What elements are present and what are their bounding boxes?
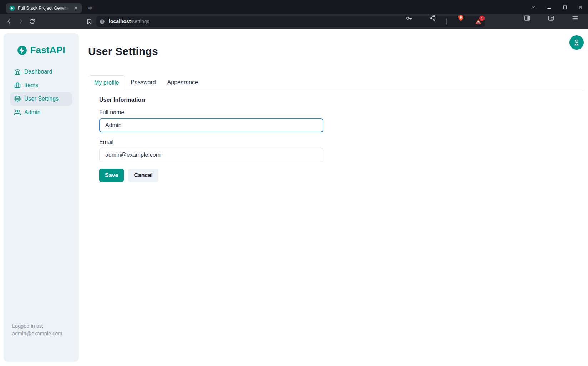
sidebar-item-admin[interactable]: Admin — [10, 106, 72, 119]
sidebar-item-label: User Settings — [24, 96, 59, 102]
gear-icon — [14, 96, 21, 102]
brave-shield-icon[interactable] — [452, 15, 470, 28]
sidebar-toggle-icon[interactable] — [518, 15, 536, 28]
fastapi-favicon-icon — [9, 5, 15, 11]
browser-toolbar: localhost/settings 1 — [0, 14, 588, 29]
sidebar-item-label: Dashboard — [24, 69, 52, 75]
briefcase-icon — [14, 82, 21, 89]
astronaut-user-icon — [573, 39, 581, 46]
tab-title: Full Stack Project Genera — [18, 6, 70, 11]
full-name-field-group: Full name — [99, 109, 584, 132]
logged-in-label: Logged in as: — [12, 322, 70, 330]
back-button[interactable] — [4, 16, 15, 27]
minimize-button[interactable] — [545, 3, 553, 11]
email-field-group: Email — [99, 139, 584, 162]
page-title: User Settings — [88, 45, 584, 57]
email-input[interactable] — [99, 148, 323, 162]
browser-tab[interactable]: Full Stack Project Genera ✕ — [6, 3, 82, 13]
share-icon[interactable] — [424, 15, 441, 28]
sidebar-item-items[interactable]: Items — [10, 79, 72, 92]
site-info-icon[interactable] — [99, 19, 105, 25]
brand-name: FastAPI — [30, 45, 65, 56]
new-tab-button[interactable]: + — [85, 3, 95, 13]
tab-appearance[interactable]: Appearance — [162, 75, 204, 90]
home-icon — [14, 69, 21, 75]
wallet-icon[interactable] — [542, 15, 560, 28]
form-actions: Save Cancel — [99, 169, 584, 182]
brave-rewards-icon[interactable]: 1 — [475, 18, 482, 25]
cancel-button[interactable]: Cancel — [128, 169, 158, 182]
saved-passwords-key-icon[interactable] — [400, 15, 419, 28]
sidebar-item-dashboard[interactable]: Dashboard — [10, 65, 72, 79]
fastapi-bolt-icon — [17, 45, 27, 55]
sidebar: FastAPI Dashboard Items User Settings Ad… — [4, 33, 79, 362]
close-tab-icon[interactable]: ✕ — [73, 5, 79, 11]
sidebar-menu: Dashboard Items User Settings Admin — [4, 65, 79, 119]
user-menu-avatar[interactable] — [569, 35, 584, 50]
logged-in-footer: Logged in as: admin@example.com — [4, 322, 79, 362]
address-bar[interactable]: localhost/settings 1 — [96, 16, 485, 27]
window-controls — [529, 0, 584, 14]
section-title: User Information — [99, 97, 584, 103]
logged-in-email: admin@example.com — [12, 330, 70, 337]
tab-search-chevron-icon[interactable] — [529, 3, 537, 11]
full-name-input[interactable] — [99, 118, 323, 132]
tab-my-profile[interactable]: My profile — [88, 75, 125, 90]
reload-button[interactable] — [26, 16, 38, 27]
toolbar-divider — [446, 18, 447, 25]
close-window-button[interactable] — [577, 3, 584, 11]
menu-hamburger-icon[interactable] — [566, 15, 584, 28]
fastapi-logo: FastAPI — [4, 33, 79, 65]
maximize-button[interactable] — [561, 3, 569, 11]
save-button[interactable]: Save — [99, 169, 124, 182]
rewards-badge: 1 — [479, 16, 485, 21]
url-host: localhost — [109, 19, 131, 24]
email-label: Email — [99, 139, 584, 145]
bookmark-icon[interactable] — [83, 16, 95, 27]
profile-tab-panel: User Information Full name Email Save Ca… — [88, 90, 584, 182]
settings-tabs: My profile Password Appearance — [88, 75, 584, 90]
forward-button[interactable] — [15, 16, 26, 27]
toolbar-right-group — [518, 15, 584, 28]
sidebar-item-label: Admin — [24, 109, 40, 116]
app-page: FastAPI Dashboard Items User Settings Ad… — [0, 29, 588, 366]
main-content: User Settings My profile Password Appear… — [79, 29, 588, 366]
sidebar-item-user-settings[interactable]: User Settings — [10, 92, 72, 106]
sidebar-item-label: Items — [24, 82, 38, 89]
tab-password[interactable]: Password — [125, 75, 161, 90]
full-name-label: Full name — [99, 109, 584, 116]
url-path: /settings — [131, 19, 149, 24]
tab-strip: Full Stack Project Genera ✕ + — [0, 0, 588, 14]
browser-chrome: Full Stack Project Genera ✕ + — [0, 0, 588, 29]
users-icon — [14, 109, 21, 116]
